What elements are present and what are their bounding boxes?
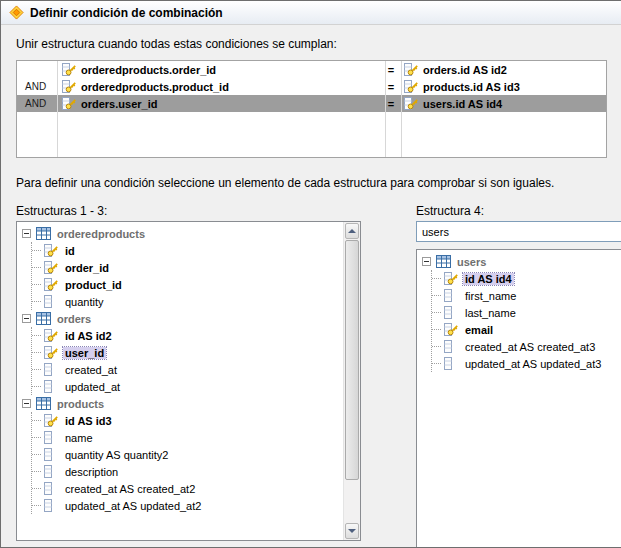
tree-node-column[interactable]: description — [32, 463, 341, 480]
tree-node-column[interactable]: created_at AS created_at3 — [432, 338, 620, 355]
vertical-scrollbar[interactable] — [343, 222, 360, 540]
table-name: orderedproducts — [55, 228, 147, 240]
tree-node-column[interactable]: id AS id4 — [432, 270, 620, 287]
collapse-expander-icon[interactable] — [22, 314, 31, 323]
collapse-expander-icon[interactable] — [422, 257, 431, 266]
structures-tree-box: orderedproductsidorder_idproduct_idquant… — [16, 221, 361, 541]
condition-left-expression: orderedproducts.product_id — [57, 78, 383, 95]
tree-node-column[interactable]: quantity AS quantity2 — [32, 446, 341, 463]
tree-node-column[interactable]: first_name — [432, 287, 620, 304]
dialog-titlebar[interactable]: Definir condición de combinación — [1, 1, 621, 25]
column-name: updated_at — [63, 381, 122, 393]
structure-panels: Estructuras 1 - 3: Estructura 4: ordered… — [1, 204, 621, 547]
column-icon — [443, 306, 459, 319]
condition-left-expression: orders.user_id — [57, 95, 383, 112]
table-name: orders — [55, 313, 93, 325]
tree-node-column[interactable]: updated_at AS updated_at2 — [32, 497, 341, 514]
condition-row[interactable]: ANDorders.user_id=users.id AS id4 — [17, 95, 606, 112]
column-name: created_at — [63, 364, 119, 376]
tree-node-column[interactable]: created_at AS created_at2 — [32, 480, 341, 497]
column-name: name — [63, 432, 95, 444]
tree-node-column[interactable]: product_id — [32, 276, 341, 293]
column-name: id AS id3 — [63, 415, 114, 427]
tree-node-column[interactable]: email — [432, 321, 620, 338]
column-name: id AS id2 — [63, 330, 114, 342]
column-name: user_id — [63, 347, 106, 359]
tree-node-table[interactable]: orderedproducts — [22, 225, 341, 242]
column-name: last_name — [463, 307, 518, 319]
tree-node-column[interactable]: id AS id2 — [32, 327, 341, 344]
join-condition-dialog: Definir condición de combinación Unir es… — [0, 0, 621, 548]
column-name: description — [63, 466, 120, 478]
condition-right-expression: products.id AS id3 — [399, 78, 606, 95]
table-icon — [35, 312, 51, 325]
structures-tree: orderedproductsidorder_idproduct_idquant… — [17, 222, 343, 517]
column-name: id AS id4 — [463, 273, 514, 285]
column-icon — [43, 380, 59, 393]
column-icon — [43, 431, 59, 444]
tree-node-column[interactable]: id — [32, 242, 341, 259]
collapse-expander-icon[interactable] — [22, 229, 31, 238]
conditions-list: orderedproducts.order_id=orders.id AS id… — [17, 61, 606, 112]
condition-row[interactable]: orderedproducts.order_id=orders.id AS id… — [17, 61, 606, 78]
key-column-icon — [43, 346, 59, 359]
column-icon — [43, 448, 59, 461]
table-name: products — [55, 398, 106, 410]
key-column-icon — [43, 244, 59, 257]
tree-node-table[interactable]: users — [422, 253, 620, 270]
column-icon — [443, 357, 459, 370]
condition-and-label: AND — [17, 78, 57, 95]
condition-left-text: orderedproducts.product_id — [81, 81, 229, 93]
scroll-down-icon[interactable] — [345, 523, 359, 539]
key-column-icon — [403, 80, 419, 93]
collapse-expander-icon[interactable] — [22, 399, 31, 408]
condition-left-text: orderedproducts.order_id — [81, 64, 216, 76]
structure-4-label: Estructura 4: — [416, 204, 484, 219]
condition-operator: = — [383, 95, 399, 112]
condition-right-text: products.id AS id3 — [423, 81, 520, 93]
scroll-up-icon[interactable] — [345, 223, 359, 239]
tree-node-column[interactable]: id AS id3 — [32, 412, 341, 429]
tree-node-column[interactable]: quantity — [32, 293, 341, 310]
tree-node-column[interactable]: created_at — [32, 361, 341, 378]
tree-children: id AS id2user_idcreated_atupdated_at — [31, 327, 341, 395]
column-icon — [43, 465, 59, 478]
column-icon — [443, 340, 459, 353]
condition-right-expression: users.id AS id4 — [399, 95, 606, 112]
column-icon — [43, 482, 59, 495]
tree-node-column[interactable]: last_name — [432, 304, 620, 321]
tree-node-column[interactable]: name — [32, 429, 341, 446]
key-column-icon — [61, 97, 77, 110]
table-name: users — [455, 256, 488, 268]
structure4-select[interactable]: users — [416, 221, 621, 242]
condition-right-text: orders.id AS id2 — [423, 64, 507, 76]
tree-node-column[interactable]: user_id — [32, 344, 341, 361]
tree-node-table[interactable]: orders — [22, 310, 341, 327]
column-name: updated_at AS updated_at3 — [463, 358, 603, 370]
column-name: quantity — [63, 296, 106, 308]
column-icon — [43, 499, 59, 512]
condition-operator: = — [383, 78, 399, 95]
column-name: updated_at AS updated_at2 — [63, 500, 203, 512]
key-column-icon — [443, 323, 459, 336]
tree-node-column[interactable]: order_id — [32, 259, 341, 276]
structure4-tree: usersid AS id4first_namelast_nameemailcr… — [417, 250, 621, 375]
column-icon — [43, 295, 59, 308]
column-name: created_at AS created_at2 — [63, 483, 197, 495]
column-icon — [443, 289, 459, 302]
table-icon — [35, 227, 51, 240]
conditions-grid: orderedproducts.order_id=orders.id AS id… — [16, 60, 607, 158]
scrollbar-thumb[interactable] — [345, 240, 359, 480]
tree-node-column[interactable]: updated_at AS updated_at3 — [432, 355, 620, 372]
column-name: quantity AS quantity2 — [63, 449, 170, 461]
condition-row[interactable]: ANDorderedproducts.product_id=products.i… — [17, 78, 606, 95]
column-name: id — [63, 245, 77, 257]
tree-node-table[interactable]: products — [22, 395, 341, 412]
key-column-icon — [443, 272, 459, 285]
table-icon — [35, 397, 51, 410]
tree-children: id AS id4first_namelast_nameemailcreated… — [431, 270, 620, 372]
structure4-tree-box: usersid AS id4first_namelast_nameemailcr… — [416, 249, 621, 548]
join-condition-icon — [8, 5, 24, 21]
column-name: product_id — [63, 279, 124, 291]
tree-node-column[interactable]: updated_at — [32, 378, 341, 395]
